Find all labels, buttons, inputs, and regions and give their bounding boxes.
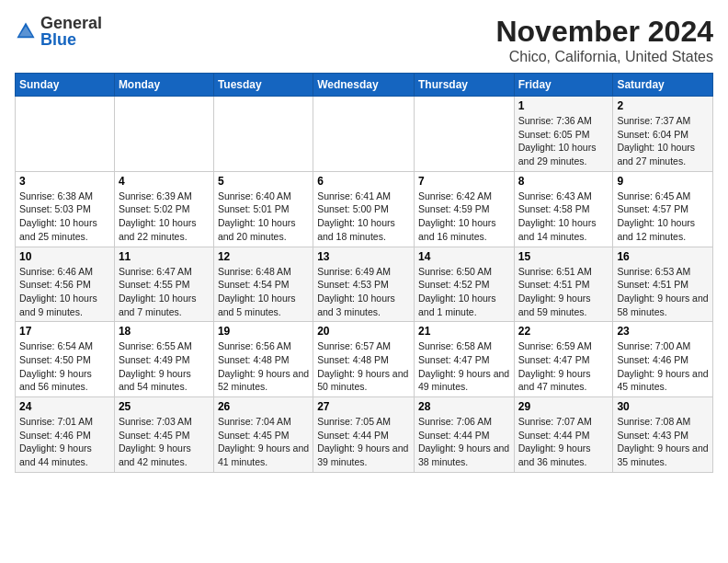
weekday-row: SundayMondayTuesdayWednesdayThursdayFrid…: [16, 74, 713, 97]
day-info: Sunrise: 6:58 AM Sunset: 4:47 PM Dayligh…: [418, 339, 510, 394]
calendar-cell: 3Sunrise: 6:38 AM Sunset: 5:03 PM Daylig…: [16, 171, 115, 247]
day-info: Sunrise: 6:57 AM Sunset: 4:48 PM Dayligh…: [317, 339, 410, 394]
day-number: 13: [317, 250, 410, 263]
day-number: 17: [19, 325, 110, 338]
calendar-cell: 2Sunrise: 7:37 AM Sunset: 6:04 PM Daylig…: [613, 97, 713, 172]
day-number: 15: [518, 250, 609, 263]
weekday-header: Friday: [514, 74, 613, 97]
day-number: 8: [518, 175, 609, 188]
day-info: Sunrise: 6:47 AM Sunset: 4:55 PM Dayligh…: [119, 265, 210, 319]
day-info: Sunrise: 6:53 AM Sunset: 4:51 PM Dayligh…: [617, 265, 709, 319]
calendar-cell: 28Sunrise: 7:06 AM Sunset: 4:44 PM Dayli…: [414, 397, 514, 473]
location-subtitle: Chico, California, United States: [495, 49, 713, 65]
day-number: 20: [317, 325, 410, 338]
day-info: Sunrise: 6:51 AM Sunset: 4:51 PM Dayligh…: [518, 265, 609, 319]
day-info: Sunrise: 7:05 AM Sunset: 4:44 PM Dayligh…: [317, 415, 410, 469]
day-number: 1: [518, 99, 609, 112]
day-number: 3: [19, 175, 110, 188]
calendar-cell: 11Sunrise: 6:47 AM Sunset: 4:55 PM Dayli…: [114, 247, 213, 322]
weekday-header: Sunday: [16, 74, 115, 97]
weekday-header: Wednesday: [313, 74, 415, 97]
calendar-week-row: 3Sunrise: 6:38 AM Sunset: 5:03 PM Daylig…: [16, 171, 713, 247]
calendar-table: SundayMondayTuesdayWednesdayThursdayFrid…: [15, 73, 713, 473]
calendar-cell: 19Sunrise: 6:56 AM Sunset: 4:48 PM Dayli…: [213, 322, 313, 397]
day-number: 24: [19, 400, 110, 413]
calendar-cell: 26Sunrise: 7:04 AM Sunset: 4:45 PM Dayli…: [213, 397, 313, 473]
calendar-header: SundayMondayTuesdayWednesdayThursdayFrid…: [16, 74, 713, 97]
calendar-cell: 12Sunrise: 6:48 AM Sunset: 4:54 PM Dayli…: [213, 247, 313, 322]
day-info: Sunrise: 7:08 AM Sunset: 4:43 PM Dayligh…: [617, 415, 709, 469]
day-info: Sunrise: 7:36 AM Sunset: 6:05 PM Dayligh…: [518, 114, 609, 168]
day-number: 7: [418, 175, 510, 188]
calendar-cell: 1Sunrise: 7:36 AM Sunset: 6:05 PM Daylig…: [514, 97, 613, 172]
calendar-cell: 21Sunrise: 6:58 AM Sunset: 4:47 PM Dayli…: [414, 322, 514, 397]
calendar-cell: 23Sunrise: 7:00 AM Sunset: 4:46 PM Dayli…: [613, 322, 713, 397]
calendar-cell: 30Sunrise: 7:08 AM Sunset: 4:43 PM Dayli…: [613, 397, 713, 473]
calendar-cell: 22Sunrise: 6:59 AM Sunset: 4:47 PM Dayli…: [514, 322, 613, 397]
calendar-cell: 9Sunrise: 6:45 AM Sunset: 4:57 PM Daylig…: [613, 171, 713, 247]
day-number: 19: [218, 325, 309, 338]
calendar-week-row: 10Sunrise: 6:46 AM Sunset: 4:56 PM Dayli…: [16, 247, 713, 322]
day-info: Sunrise: 7:00 AM Sunset: 4:46 PM Dayligh…: [617, 339, 709, 394]
calendar-cell: [213, 97, 313, 172]
calendar-week-row: 17Sunrise: 6:54 AM Sunset: 4:50 PM Dayli…: [16, 322, 713, 397]
day-number: 14: [418, 250, 510, 263]
calendar-cell: [414, 97, 514, 172]
day-info: Sunrise: 7:06 AM Sunset: 4:44 PM Dayligh…: [418, 415, 510, 469]
day-number: 29: [518, 400, 609, 413]
day-info: Sunrise: 6:46 AM Sunset: 4:56 PM Dayligh…: [19, 265, 110, 319]
calendar-cell: 24Sunrise: 7:01 AM Sunset: 4:46 PM Dayli…: [16, 397, 115, 473]
day-number: 6: [317, 175, 410, 188]
day-info: Sunrise: 6:55 AM Sunset: 4:49 PM Dayligh…: [119, 339, 210, 394]
calendar-cell: 18Sunrise: 6:55 AM Sunset: 4:49 PM Dayli…: [114, 322, 213, 397]
day-info: Sunrise: 6:42 AM Sunset: 4:59 PM Dayligh…: [418, 190, 510, 244]
calendar-cell: 17Sunrise: 6:54 AM Sunset: 4:50 PM Dayli…: [16, 322, 115, 397]
day-number: 12: [218, 250, 309, 263]
calendar-cell: 7Sunrise: 6:42 AM Sunset: 4:59 PM Daylig…: [414, 171, 514, 247]
day-info: Sunrise: 7:01 AM Sunset: 4:46 PM Dayligh…: [19, 415, 110, 469]
calendar-week-row: 1Sunrise: 7:36 AM Sunset: 6:05 PM Daylig…: [16, 97, 713, 172]
calendar-cell: 6Sunrise: 6:41 AM Sunset: 5:00 PM Daylig…: [313, 171, 415, 247]
day-info: Sunrise: 6:59 AM Sunset: 4:47 PM Dayligh…: [518, 339, 609, 394]
calendar-cell: 25Sunrise: 7:03 AM Sunset: 4:45 PM Dayli…: [114, 397, 213, 473]
day-number: 11: [119, 250, 210, 263]
weekday-header: Saturday: [613, 74, 713, 97]
day-number: 9: [617, 175, 709, 188]
day-info: Sunrise: 6:56 AM Sunset: 4:48 PM Dayligh…: [218, 339, 309, 394]
day-number: 25: [119, 400, 210, 413]
day-number: 27: [317, 400, 410, 413]
day-number: 4: [119, 175, 210, 188]
day-info: Sunrise: 6:38 AM Sunset: 5:03 PM Dayligh…: [19, 190, 110, 244]
calendar-cell: [16, 97, 115, 172]
day-number: 18: [119, 325, 210, 338]
calendar-cell: 4Sunrise: 6:39 AM Sunset: 5:02 PM Daylig…: [114, 171, 213, 247]
day-number: 28: [418, 400, 510, 413]
logo-text: General Blue: [40, 15, 102, 48]
day-number: 16: [617, 250, 709, 263]
month-year-title: November 2024: [495, 15, 713, 49]
day-info: Sunrise: 7:04 AM Sunset: 4:45 PM Dayligh…: [218, 415, 309, 469]
calendar-body: 1Sunrise: 7:36 AM Sunset: 6:05 PM Daylig…: [16, 97, 713, 473]
calendar-cell: [114, 97, 213, 172]
logo-icon: [15, 20, 37, 42]
weekday-header: Tuesday: [213, 74, 313, 97]
calendar-cell: 13Sunrise: 6:49 AM Sunset: 4:53 PM Dayli…: [313, 247, 415, 322]
day-info: Sunrise: 6:43 AM Sunset: 4:58 PM Dayligh…: [518, 190, 609, 244]
calendar-cell: 29Sunrise: 7:07 AM Sunset: 4:44 PM Dayli…: [514, 397, 613, 473]
day-number: 22: [518, 325, 609, 338]
page-header: General Blue November 2024 Chico, Califo…: [15, 15, 713, 65]
day-info: Sunrise: 6:39 AM Sunset: 5:02 PM Dayligh…: [119, 190, 210, 244]
day-info: Sunrise: 6:54 AM Sunset: 4:50 PM Dayligh…: [19, 339, 110, 394]
day-info: Sunrise: 6:50 AM Sunset: 4:52 PM Dayligh…: [418, 265, 510, 319]
calendar-title: November 2024 Chico, California, United …: [495, 15, 713, 65]
calendar-cell: 10Sunrise: 6:46 AM Sunset: 4:56 PM Dayli…: [16, 247, 115, 322]
day-number: 2: [617, 99, 709, 112]
calendar-cell: 16Sunrise: 6:53 AM Sunset: 4:51 PM Dayli…: [613, 247, 713, 322]
calendar-cell: 15Sunrise: 6:51 AM Sunset: 4:51 PM Dayli…: [514, 247, 613, 322]
day-number: 26: [218, 400, 309, 413]
calendar-cell: 14Sunrise: 6:50 AM Sunset: 4:52 PM Dayli…: [414, 247, 514, 322]
day-info: Sunrise: 6:40 AM Sunset: 5:01 PM Dayligh…: [218, 190, 309, 244]
day-info: Sunrise: 6:48 AM Sunset: 4:54 PM Dayligh…: [218, 265, 309, 319]
day-number: 21: [418, 325, 510, 338]
day-number: 5: [218, 175, 309, 188]
